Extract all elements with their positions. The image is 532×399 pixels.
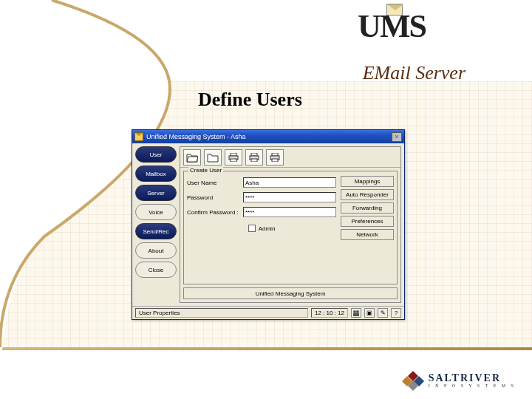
mappings-button[interactable]: Mappings <box>341 176 394 187</box>
sidebar-item-user[interactable]: User <box>135 146 177 163</box>
sidebar-item-about[interactable]: About <box>135 242 177 259</box>
admin-checkbox[interactable] <box>248 225 256 232</box>
svg-rect-11 <box>353 313 359 316</box>
group-legend: Create User <box>188 167 223 174</box>
password-input[interactable] <box>243 192 336 202</box>
page-title: Define Users <box>198 89 302 111</box>
svg-rect-8 <box>272 159 278 162</box>
svg-rect-0 <box>231 153 236 156</box>
sidebar-item-server[interactable]: Server <box>135 185 177 201</box>
footer-logo: SALTRIVER I N F O S Y S T E M S <box>403 372 516 389</box>
status-users-icon[interactable] <box>351 308 361 318</box>
window-title: Unified Messaging System - Asha <box>146 133 392 140</box>
folder-open-icon[interactable] <box>183 149 201 166</box>
toolbar <box>180 147 400 168</box>
forwarding-button[interactable]: Forwarding <box>341 202 394 214</box>
svg-point-9 <box>353 310 356 313</box>
printer-icon-1[interactable] <box>225 149 242 166</box>
folder-icon[interactable] <box>204 149 222 166</box>
username-label: User Name <box>187 180 240 186</box>
footer-logo-icon <box>403 372 424 389</box>
right-button-column: Mappings Auto Responder Forwarding Prefe… <box>341 176 394 281</box>
autoresponder-button[interactable]: Auto Responder <box>341 189 394 200</box>
svg-rect-5 <box>251 159 257 162</box>
product-logo: UMS <box>318 7 466 45</box>
status-help-icon[interactable]: ? <box>391 308 401 318</box>
create-user-group: Create User User Name Password Confirm P… <box>183 171 398 284</box>
svg-rect-6 <box>272 153 278 156</box>
status-left: User Properties <box>135 308 308 318</box>
status-save-icon[interactable]: ▣ <box>364 308 375 318</box>
sidebar: User Mailbox Server Voice Send/Rec About… <box>135 146 177 303</box>
sidebar-item-mailbox[interactable]: Mailbox <box>135 166 177 182</box>
status-time: 12 : 10 : 12 <box>311 308 348 318</box>
footer-tagline: I N F O S Y S T E M S <box>429 383 516 388</box>
main-panel: Create User User Name Password Confirm P… <box>180 146 401 303</box>
sidebar-item-close[interactable]: Close <box>135 262 177 278</box>
status-tool-icon[interactable]: ✎ <box>378 308 388 318</box>
sidebar-item-voice[interactable]: Voice <box>135 204 177 220</box>
confirm-password-input[interactable] <box>243 207 336 217</box>
admin-label: Admin <box>259 225 276 232</box>
confirm-password-label: Confirm Password : <box>187 209 240 216</box>
sidebar-item-sendrec[interactable]: Send/Rec <box>135 223 177 239</box>
message-bar: Unified Messaging System <box>183 287 398 299</box>
password-label: Password <box>187 194 240 201</box>
svg-rect-2 <box>231 159 236 162</box>
network-button[interactable]: Network <box>341 229 394 240</box>
printer-icon-3[interactable] <box>266 149 284 166</box>
printer-icon-2[interactable] <box>245 149 263 166</box>
product-subtitle: EMail Server <box>363 62 466 84</box>
svg-point-10 <box>356 310 359 313</box>
svg-rect-3 <box>251 153 257 156</box>
footer-company: SALTRIVER <box>429 373 516 383</box>
statusbar: User Properties 12 : 10 : 12 ▣ ✎ ? <box>132 306 404 319</box>
titlebar: Unified Messaging System - Asha × <box>132 130 404 143</box>
app-window: Unified Messaging System - Asha × User M… <box>132 129 405 320</box>
preferences-button[interactable]: Preferences <box>341 216 394 227</box>
app-icon <box>134 132 143 141</box>
username-input[interactable] <box>243 177 336 188</box>
close-icon[interactable]: × <box>392 132 402 142</box>
